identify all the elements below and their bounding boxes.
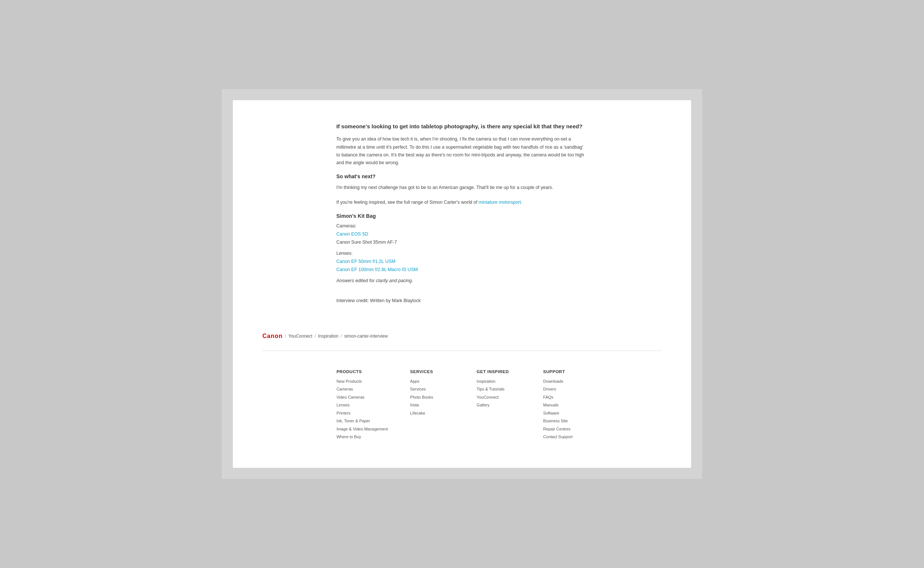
footer-divider xyxy=(262,350,662,351)
miniature-motorsport-link[interactable]: miniature motorsport xyxy=(479,200,521,205)
page-wrapper: If someone's looking to get into tableto… xyxy=(222,89,702,479)
footer-col-title-services: SERVICES xyxy=(410,369,455,374)
footer-link[interactable]: Where to Buy xyxy=(336,434,388,440)
footer-section: PRODUCTSNew ProductsCamerasVideo Cameras… xyxy=(262,362,662,453)
cameras-list: Canon EOS 5D Canon Sure Shot 35mm AF-7 xyxy=(336,231,588,245)
italic-note: Answers edited for clarity and pacing. xyxy=(336,278,588,283)
lens1-link[interactable]: Canon EF 50mm f/1.2L USM xyxy=(336,259,588,264)
footer-link[interactable]: Lenses xyxy=(336,402,388,408)
next-para1: I'm thinking my next challenge has got t… xyxy=(336,184,588,192)
footer-col-title-get-inspired: GET INSPIRED xyxy=(477,369,521,374)
camera1-link[interactable]: Canon EOS 5D xyxy=(336,231,588,237)
footer-col-support: SUPPORTDownloadsDriversFAQsManualsSoftwa… xyxy=(543,369,588,442)
next-para2-suffix: . xyxy=(521,200,522,205)
answer-para1: To give you an idea of how low tech it i… xyxy=(336,135,588,167)
footer-col-products: PRODUCTSNew ProductsCamerasVideo Cameras… xyxy=(336,369,388,442)
footer-link[interactable]: Lifecake xyxy=(410,410,455,416)
next-heading: So what's next? xyxy=(336,174,588,179)
footer-link[interactable]: New Products xyxy=(336,378,388,385)
footer-link[interactable]: Cameras xyxy=(336,386,388,392)
footer-link[interactable]: Software xyxy=(543,410,588,416)
footer-link[interactable]: Photo Books xyxy=(410,394,455,400)
footer-link[interactable]: Business Site xyxy=(543,418,588,424)
footer-link[interactable]: Drivers xyxy=(543,386,588,392)
footer-link[interactable]: Video Cameras xyxy=(336,394,388,400)
kit-heading: Simon's Kit Bag xyxy=(336,213,588,219)
footer-link[interactable]: Manuals xyxy=(543,402,588,408)
breadcrumb-sep-1: / xyxy=(285,334,286,339)
lenses-label: Lenses: xyxy=(336,251,588,256)
footer-col-title-products: PRODUCTS xyxy=(336,369,388,374)
footer-link[interactable]: Downloads xyxy=(543,378,588,385)
footer-link[interactable]: Services xyxy=(410,386,455,392)
next-para2: If you're feeling inspired, see the full… xyxy=(336,199,588,206)
footer-link[interactable]: Apps xyxy=(410,378,455,385)
footer-col-title-support: SUPPORT xyxy=(543,369,588,374)
footer-link[interactable]: Image & Video Management xyxy=(336,426,388,432)
lenses-list: Canon EF 50mm f/1.2L USM Canon EF 100mm … xyxy=(336,259,588,272)
footer-link[interactable]: Ink, Toner & Paper xyxy=(336,418,388,424)
breadcrumb-sep-2: / xyxy=(315,334,316,339)
footer-link[interactable]: Irista xyxy=(410,402,455,408)
camera2-text: Canon Sure Shot 35mm AF-7 xyxy=(336,240,588,245)
footer-link[interactable]: Printers xyxy=(336,410,388,416)
footer-link[interactable]: Gallery xyxy=(477,402,521,408)
content-card: If someone's looking to get into tableto… xyxy=(233,100,691,468)
footer-link[interactable]: Tips & Tutorials xyxy=(477,386,521,392)
canon-logo: Canon xyxy=(262,333,283,340)
footer-link[interactable]: Repair Centres xyxy=(543,426,588,432)
article-section: If someone's looking to get into tableto… xyxy=(336,122,588,303)
breadcrumb-inspiration[interactable]: Inspiration xyxy=(318,334,338,339)
interview-credit: Interview credit: Written by Mark Blaylo… xyxy=(336,298,588,303)
footer-link[interactable]: YouConnect xyxy=(477,394,521,400)
lens2-link[interactable]: Canon EF 100mm f/2.8L Macro IS USM xyxy=(336,267,588,272)
breadcrumb-youconnect[interactable]: YouConnect xyxy=(288,334,312,339)
question-title: If someone's looking to get into tableto… xyxy=(336,122,588,130)
breadcrumb-current: simon-carter-interview xyxy=(344,334,388,339)
footer-col-get-inspired: GET INSPIREDInspirationTips & TutorialsY… xyxy=(477,369,521,442)
breadcrumb-sep-3: / xyxy=(341,334,342,339)
footer-link[interactable]: FAQs xyxy=(543,394,588,400)
breadcrumb-section: Canon / YouConnect / Inspiration / simon… xyxy=(262,325,662,340)
footer-col-services: SERVICESAppsServicesPhoto BooksIristaLif… xyxy=(410,369,455,442)
cameras-label: Cameras: xyxy=(336,224,588,228)
footer-link[interactable]: Contact Support xyxy=(543,434,588,440)
footer-link[interactable]: Inspiration xyxy=(477,378,521,385)
next-para2-prefix: If you're feeling inspired, see the full… xyxy=(336,200,479,205)
